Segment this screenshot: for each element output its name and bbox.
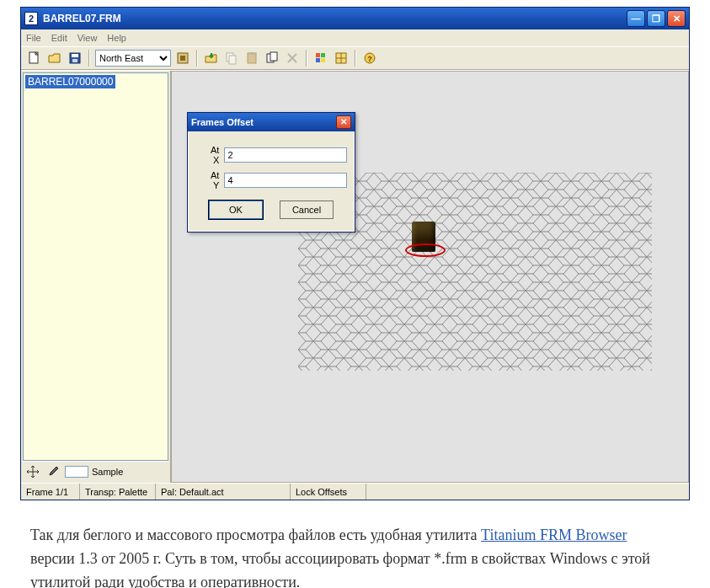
left-panel: BARREL07000000 Sample <box>21 71 171 483</box>
svg-rect-9 <box>249 52 254 55</box>
svg-rect-2 <box>72 54 78 57</box>
move-icon[interactable] <box>24 463 41 480</box>
menu-help[interactable]: Help <box>107 33 126 43</box>
frames-offset-dialog: Frames Offset ✕ At X At Y OK Cancel <box>187 112 355 233</box>
frame-list[interactable]: BARREL07000000 <box>23 72 168 461</box>
app-window: 2 BARREL07.FRM — ❐ ✕ File Edit View Help… <box>20 7 690 500</box>
maximize-button[interactable]: ❐ <box>647 10 665 27</box>
body-area: BARREL07000000 Sample <box>21 70 689 483</box>
status-frame: Frame 1/1 <box>21 484 80 500</box>
dialog-titlebar[interactable]: Frames Offset ✕ <box>188 113 355 131</box>
status-palette: Pal: Default.act <box>156 484 291 500</box>
toolbar-separator <box>306 50 307 67</box>
svg-rect-11 <box>270 52 277 61</box>
close-button[interactable]: ✕ <box>667 10 686 27</box>
status-lock: Lock Offsets <box>291 484 366 500</box>
direction-select[interactable]: North East <box>95 50 171 67</box>
article-text: Так для беглого и массового просмотра фа… <box>30 524 670 588</box>
menu-edit[interactable]: Edit <box>51 33 67 43</box>
window-title: BARREL07.FRM <box>43 13 627 24</box>
titlebar: 2 BARREL07.FRM — ❐ ✕ <box>21 8 689 29</box>
status-spacer <box>366 484 689 500</box>
toolbar-separator <box>196 50 198 67</box>
toolbar-separator <box>88 50 90 67</box>
menu-file[interactable]: File <box>26 33 41 43</box>
titanium-frm-browser-link[interactable]: Titanium FRM Browser <box>481 527 627 543</box>
app-icon: 2 <box>24 12 38 25</box>
grid-icon[interactable] <box>333 50 350 67</box>
apply-direction-icon[interactable] <box>174 50 191 67</box>
toolbar-separator <box>355 50 356 67</box>
statusbar: Frame 1/1 Transp: Palette Pal: Default.a… <box>21 483 689 500</box>
color-swatch[interactable] <box>65 466 88 478</box>
svg-rect-14 <box>316 58 320 62</box>
menubar: File Edit View Help <box>21 29 689 46</box>
svg-rect-13 <box>321 53 325 57</box>
dialog-close-button[interactable]: ✕ <box>336 115 351 129</box>
save-file-icon[interactable] <box>67 50 83 67</box>
new-file-icon[interactable] <box>26 50 43 67</box>
minimize-button[interactable]: — <box>627 10 645 27</box>
status-transp: Transp: Palette <box>80 484 156 500</box>
at-x-label: At X <box>211 145 219 165</box>
eyedropper-icon[interactable] <box>45 463 61 480</box>
ok-button[interactable]: OK <box>209 200 263 219</box>
svg-text:?: ? <box>367 55 372 63</box>
article-prefix: Так для беглого и массового просмотра фа… <box>30 527 481 543</box>
svg-rect-15 <box>321 58 325 62</box>
barrel-sprite[interactable] <box>412 222 435 252</box>
at-y-label: At Y <box>211 170 219 190</box>
canvas-area[interactable]: Frames Offset ✕ At X At Y OK Cancel <box>171 71 689 483</box>
help-icon[interactable]: ? <box>361 50 378 67</box>
at-x-input[interactable] <box>224 147 347 163</box>
bottom-tools: Sample <box>23 461 168 481</box>
copy-icon[interactable] <box>223 50 240 67</box>
svg-rect-5 <box>180 56 185 61</box>
delete-icon[interactable] <box>284 50 301 67</box>
menu-view[interactable]: View <box>77 33 98 43</box>
article-suffix: версии 1.3 от 2005 г. Суть в том, чтобы … <box>30 550 650 588</box>
import-icon[interactable] <box>203 50 220 67</box>
svg-rect-12 <box>316 53 320 57</box>
at-y-input[interactable] <box>224 173 347 188</box>
dialog-title: Frames Offset <box>191 117 336 127</box>
svg-rect-7 <box>229 56 236 64</box>
cancel-button[interactable]: Cancel <box>280 200 334 219</box>
paste-icon[interactable] <box>243 50 260 67</box>
frame-list-item[interactable]: BARREL07000000 <box>25 75 115 88</box>
svg-rect-3 <box>72 59 77 62</box>
duplicate-icon[interactable] <box>264 50 280 67</box>
sample-label: Sample <box>92 467 123 477</box>
palette-icon[interactable] <box>312 50 329 67</box>
open-file-icon[interactable] <box>46 50 63 67</box>
toolbar: North East ? <box>21 46 689 70</box>
